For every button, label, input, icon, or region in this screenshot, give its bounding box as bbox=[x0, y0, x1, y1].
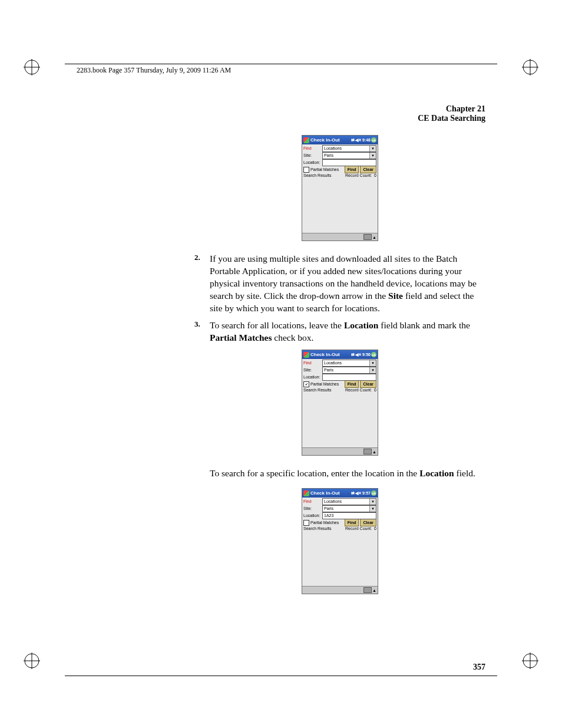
keyboard-icon[interactable] bbox=[363, 587, 372, 593]
volume-icon: ◀✕ bbox=[355, 491, 362, 496]
page-number: 357 bbox=[473, 663, 485, 672]
crop-mark-top-left bbox=[24, 59, 40, 75]
find-dropdown[interactable]: Locations▼ bbox=[322, 498, 376, 505]
site-dropdown[interactable]: Paris▼ bbox=[322, 505, 376, 512]
partial-matches-checkbox[interactable] bbox=[303, 520, 309, 526]
partial-matches-label: Partial Matches bbox=[310, 521, 339, 525]
up-arrow-icon[interactable]: ▲ bbox=[372, 450, 376, 454]
window-title-bar: Check In-Out ⇄ ◀✕ 9:57 ok bbox=[302, 489, 378, 498]
volume-icon: ◀✕ bbox=[355, 138, 362, 143]
clock: 9:48 bbox=[362, 138, 371, 142]
window-title-bar: Check In-Out ⇄ ◀✕ 9:48 ok bbox=[302, 136, 378, 144]
clear-button[interactable]: Clear bbox=[360, 166, 376, 173]
chapter-line-2: CE Data Searching bbox=[77, 114, 485, 123]
record-count-label: Record Count: bbox=[345, 526, 372, 531]
connectivity-icon: ⇄ bbox=[351, 353, 355, 357]
window-title: Check In-Out bbox=[310, 137, 340, 143]
partial-matches-checkbox[interactable]: ✔ bbox=[303, 381, 309, 387]
screenshot-3: Check In-Out ⇄ ◀✕ 9:57 ok Find Locations… bbox=[302, 488, 378, 594]
keyboard-icon[interactable] bbox=[363, 234, 372, 240]
ok-button[interactable]: ok bbox=[371, 137, 376, 143]
clock: 9:50 bbox=[362, 353, 371, 357]
keyboard-icon[interactable] bbox=[363, 449, 372, 454]
step-3-text: To search for all locations, leave the L… bbox=[210, 319, 485, 344]
clock: 9:57 bbox=[362, 491, 371, 495]
bottom-bar: ▲ bbox=[302, 233, 378, 241]
bottom-bar: ▲ bbox=[302, 447, 378, 455]
crop-mark-top-right bbox=[522, 59, 538, 75]
search-results-label: Search Results bbox=[303, 388, 345, 392]
clear-button[interactable]: Clear bbox=[360, 519, 376, 526]
top-crop-rule bbox=[65, 64, 497, 64]
site-dropdown[interactable]: Paris▼ bbox=[322, 367, 376, 374]
site-label: Site: bbox=[303, 506, 322, 510]
partial-matches-checkbox[interactable] bbox=[303, 167, 309, 173]
window-title: Check In-Out bbox=[310, 352, 340, 357]
crop-mark-bottom-right bbox=[522, 653, 538, 669]
chapter-line-1: Chapter 21 bbox=[77, 104, 485, 114]
window-title: Check In-Out bbox=[310, 490, 340, 496]
find-button[interactable]: Find bbox=[345, 380, 359, 388]
record-count-value: 0 bbox=[374, 388, 376, 392]
book-header-line: 2283.book Page 357 Thursday, July 9, 200… bbox=[77, 66, 485, 75]
partial-matches-label: Partial Matches bbox=[310, 382, 339, 386]
record-count-value: 0 bbox=[374, 526, 376, 531]
windows-icon bbox=[303, 137, 309, 143]
record-count-label: Record Count: bbox=[345, 388, 372, 392]
step-2-number: 2. bbox=[194, 253, 210, 315]
find-dropdown[interactable]: Locations▼ bbox=[322, 360, 376, 367]
clear-button[interactable]: Clear bbox=[360, 380, 376, 388]
record-count-value: 0 bbox=[374, 173, 376, 177]
find-label: Find bbox=[303, 499, 322, 503]
crop-mark-bottom-left bbox=[24, 653, 40, 669]
search-results-label: Search Results bbox=[303, 526, 345, 531]
windows-icon bbox=[303, 352, 309, 358]
ok-button[interactable]: ok bbox=[371, 490, 376, 496]
bottom-bar: ▲ bbox=[302, 586, 378, 594]
site-dropdown[interactable]: Paris▼ bbox=[322, 152, 376, 159]
connectivity-icon: ⇄ bbox=[351, 491, 355, 496]
site-label: Site: bbox=[303, 368, 322, 372]
mid-paragraph: To search for a specific location, enter… bbox=[210, 467, 485, 480]
location-label: Location: bbox=[303, 160, 322, 164]
step-3-number: 3. bbox=[194, 319, 210, 344]
partial-matches-label: Partial Matches bbox=[310, 167, 339, 172]
up-arrow-icon[interactable]: ▲ bbox=[372, 235, 376, 239]
site-label: Site: bbox=[303, 153, 322, 157]
find-button[interactable]: Find bbox=[345, 166, 359, 173]
find-dropdown[interactable]: Locations▼ bbox=[322, 145, 376, 152]
location-label: Location: bbox=[303, 513, 322, 518]
find-button[interactable]: Find bbox=[345, 519, 359, 526]
ok-button[interactable]: ok bbox=[371, 352, 376, 357]
windows-icon bbox=[303, 490, 309, 496]
screenshot-2: Check In-Out ⇄ ◀✕ 9:50 ok Find Locations… bbox=[302, 350, 378, 456]
connectivity-icon: ⇄ bbox=[351, 138, 355, 143]
location-input[interactable]: 1A23 bbox=[322, 512, 376, 519]
chapter-header: Chapter 21 CE Data Searching bbox=[77, 104, 485, 123]
record-count-label: Record Count: bbox=[345, 173, 372, 177]
window-title-bar: Check In-Out ⇄ ◀✕ 9:50 ok bbox=[302, 350, 378, 359]
search-results-label: Search Results bbox=[303, 173, 345, 177]
location-input[interactable] bbox=[322, 159, 376, 166]
screenshot-1: Check In-Out ⇄ ◀✕ 9:48 ok Find Locations… bbox=[302, 135, 378, 241]
bottom-crop-rule bbox=[65, 676, 497, 676]
find-label: Find bbox=[303, 361, 322, 365]
step-2-text: If you are using multiple sites and down… bbox=[210, 253, 485, 315]
find-label: Find bbox=[303, 146, 322, 150]
location-label: Location: bbox=[303, 375, 322, 379]
volume-icon: ◀✕ bbox=[355, 353, 362, 357]
location-input[interactable] bbox=[322, 374, 376, 381]
up-arrow-icon[interactable]: ▲ bbox=[372, 588, 376, 592]
